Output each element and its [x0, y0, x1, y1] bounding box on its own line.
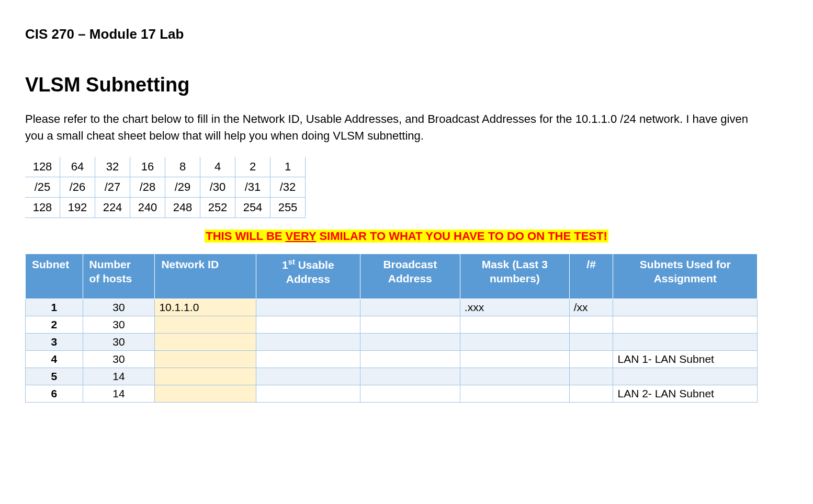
- usable-num: 1: [282, 259, 288, 271]
- cell-broadcast: [360, 299, 460, 316]
- warning-highlight: THIS WILL BE VERY SIMILAR TO WHAT YOU HA…: [25, 230, 788, 243]
- th-subnet: Subnet: [26, 254, 83, 299]
- th-bcast-l2: Address: [388, 272, 432, 284]
- th-usable-l1: 1st Usable: [282, 259, 334, 271]
- th-hosts-l2: of hosts: [89, 272, 132, 284]
- cell-assignment: [613, 368, 758, 385]
- cell-usable: [256, 368, 360, 385]
- cell-subnet: 4: [26, 351, 83, 368]
- cheat-cell: /31: [235, 177, 270, 197]
- cell-assignment: LAN 2- LAN Subnet: [613, 385, 758, 403]
- page-heading: VLSM Subnetting: [25, 74, 788, 96]
- intro-paragraph: Please refer to the chart below to fill …: [25, 111, 768, 144]
- cell-subnet: 3: [26, 334, 83, 351]
- cheat-cell: 192: [60, 197, 95, 217]
- cheat-cell: 64: [60, 157, 95, 177]
- th-hosts: Number of hosts: [83, 254, 155, 299]
- cheat-cell: /27: [95, 177, 130, 197]
- cheat-cell: 128: [25, 197, 60, 217]
- cell-slash: [569, 385, 613, 403]
- th-hosts-l1: Number: [89, 258, 131, 270]
- cheat-cell: 240: [130, 197, 165, 217]
- cell-netid: 10.1.1.0: [155, 299, 256, 316]
- cell-assignment: [613, 299, 758, 316]
- th-mask-l2: numbers): [490, 272, 540, 284]
- th-broadcast: Broadcast Address: [360, 254, 460, 299]
- cell-broadcast: [360, 351, 460, 368]
- cheat-cell: 8: [165, 157, 200, 177]
- cell-assignment: [613, 334, 758, 351]
- cell-subnet: 5: [26, 368, 83, 385]
- cell-mask: [460, 334, 569, 351]
- cell-hosts: 30: [83, 299, 155, 316]
- usable-sup: st: [288, 258, 295, 266]
- cheat-cell: /29: [165, 177, 200, 197]
- table-row: 2 30: [26, 316, 758, 334]
- th-assign-l2: Assignment: [654, 272, 717, 284]
- cheat-cell: 16: [130, 157, 165, 177]
- cheat-cell: 32: [95, 157, 130, 177]
- cell-slash: [569, 334, 613, 351]
- cheat-row-block-sizes: 128 64 32 16 8 4 2 1: [25, 157, 306, 177]
- cell-assignment: LAN 1- LAN Subnet: [613, 351, 758, 368]
- cheat-row-prefixes: /25 /26 /27 /28 /29 /30 /31 /32: [25, 177, 306, 197]
- cell-hosts: 30: [83, 334, 155, 351]
- table-row: 5 14: [26, 368, 758, 385]
- cell-slash: [569, 316, 613, 334]
- cell-netid: [155, 334, 256, 351]
- cell-netid: [155, 351, 256, 368]
- cheat-cell: 248: [165, 197, 200, 217]
- cheat-cell: /28: [130, 177, 165, 197]
- cheat-cell: /26: [60, 177, 95, 197]
- th-mask-l1: Mask (Last 3: [482, 258, 548, 270]
- cell-subnet: 6: [26, 385, 83, 403]
- cell-broadcast: [360, 368, 460, 385]
- cheat-cell: 2: [235, 157, 270, 177]
- cell-hosts: 30: [83, 351, 155, 368]
- cell-slash: [569, 351, 613, 368]
- cell-broadcast: [360, 316, 460, 334]
- cell-assignment: [613, 316, 758, 334]
- table-row: 6 14 LAN 2- LAN Subnet: [26, 385, 758, 403]
- cell-subnet: 2: [26, 316, 83, 334]
- cell-mask: [460, 368, 569, 385]
- cheat-cell: 128: [25, 157, 60, 177]
- th-slash: /#: [569, 254, 613, 299]
- cell-mask: .xxx: [460, 299, 569, 316]
- cheat-cell: 4: [200, 157, 235, 177]
- vlsm-table: Subnet Number of hosts Network ID 1st Us…: [25, 254, 758, 403]
- cheat-cell: /32: [270, 177, 306, 197]
- table-row: 1 30 10.1.1.0 .xxx /xx: [26, 299, 758, 316]
- cheat-cell: 1: [270, 157, 306, 177]
- usable-word: Usable: [295, 259, 334, 271]
- cell-broadcast: [360, 334, 460, 351]
- cheat-cell: 252: [200, 197, 235, 217]
- course-title: CIS 270 – Module 17 Lab: [25, 26, 788, 42]
- cell-netid: [155, 316, 256, 334]
- th-mask: Mask (Last 3 numbers): [460, 254, 569, 299]
- vlsm-table-body: 1 30 10.1.1.0 .xxx /xx 2 30 3 30: [26, 299, 758, 403]
- th-bcast-l1: Broadcast: [383, 258, 437, 270]
- cell-broadcast: [360, 385, 460, 403]
- th-usable-l2: Address: [286, 273, 330, 285]
- cheat-cell: /25: [25, 177, 60, 197]
- cell-usable: [256, 334, 360, 351]
- cell-hosts: 14: [83, 385, 155, 403]
- th-usable: 1st Usable Address: [256, 254, 360, 299]
- cheat-cell: 224: [95, 197, 130, 217]
- th-assign-l1: Subnets Used for: [640, 258, 731, 270]
- cell-usable: [256, 316, 360, 334]
- cell-mask: [460, 316, 569, 334]
- cell-usable: [256, 299, 360, 316]
- table-header-row: Subnet Number of hosts Network ID 1st Us…: [26, 254, 758, 299]
- cell-subnet: 1: [26, 299, 83, 316]
- cell-mask: [460, 385, 569, 403]
- cell-slash: [569, 368, 613, 385]
- cell-netid: [155, 385, 256, 403]
- cell-slash: /xx: [569, 299, 613, 316]
- cheat-cell: 255: [270, 197, 306, 217]
- cheat-sheet-table: 128 64 32 16 8 4 2 1 /25 /26 /27 /28 /29…: [25, 157, 306, 218]
- table-row: 4 30 LAN 1- LAN Subnet: [26, 351, 758, 368]
- table-row: 3 30: [26, 334, 758, 351]
- cell-hosts: 30: [83, 316, 155, 334]
